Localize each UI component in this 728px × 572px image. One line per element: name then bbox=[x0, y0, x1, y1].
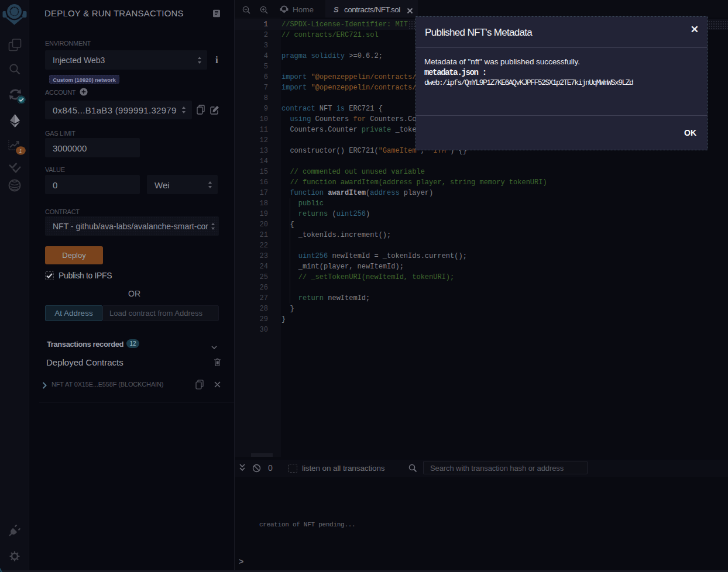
svg-text:1: 1 bbox=[19, 148, 22, 154]
